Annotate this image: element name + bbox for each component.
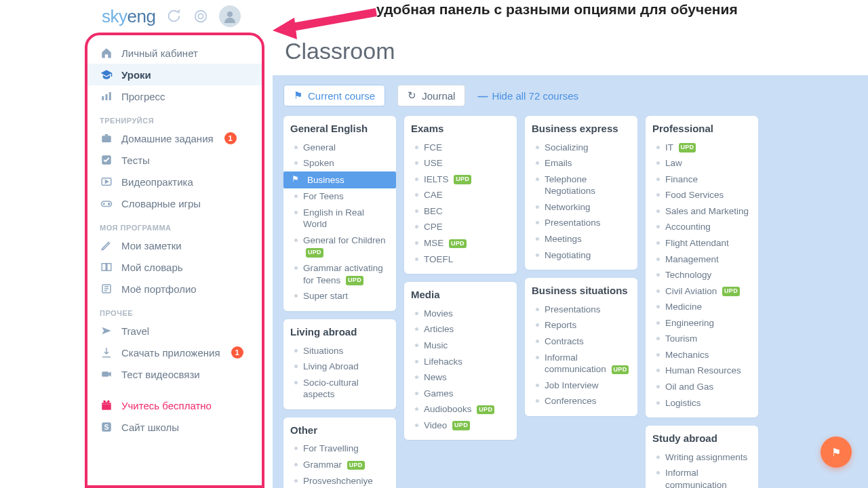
column: General EnglishGeneralSpokenBusinessFor … [283,116,396,488]
course-item-label: Logistics [665,397,701,409]
course-item[interactable]: Informal communication [652,465,751,488]
course-item[interactable]: Video UPD [411,418,510,434]
course-item[interactable]: Medicine [652,299,751,315]
toolbar: ⚑ Current course ↻ Journal Hide all 72 c… [283,75,857,116]
course-item[interactable]: Finance [652,171,751,188]
course-item[interactable]: General [290,140,389,156]
sidebar-item[interactable]: Мои заметки [87,235,262,256]
course-item[interactable]: IELTS UPD [411,171,510,188]
arrow-icon [271,7,380,41]
course-item[interactable]: Emails [532,155,631,171]
course-item[interactable]: CAE [411,187,510,203]
course-item[interactable]: Informal communication UPD [532,350,631,378]
course-item[interactable]: Spoken [290,155,389,171]
course-item[interactable]: CPE [411,219,510,235]
course-item[interactable]: Games [411,386,510,402]
svg-point-0 [195,11,207,22]
course-item[interactable]: MSE UPD [411,235,510,251]
sidebar-section: МОЯ ПРОГРАММА [87,214,262,235]
course-item[interactable]: Grammar activating for Teens UPD [290,260,389,288]
current-course-button[interactable]: ⚑ Current course [283,85,385,106]
course-item[interactable]: Sales and Marketing [652,203,751,220]
sidebar-item[interactable]: Учитесь бесплатно [87,394,262,416]
sidebar-item[interactable]: Видеопрактика [87,171,262,192]
course-item[interactable]: For Teens [290,188,389,205]
course-item[interactable]: Technology [652,267,751,283]
course-item[interactable]: Lifehacks [411,354,510,370]
course-item[interactable]: Movies [411,306,510,322]
course-item[interactable]: Reports [532,317,631,333]
course-item[interactable]: General for Children UPD [290,232,389,260]
course-item[interactable]: Writing assignments [652,449,751,466]
course-item[interactable]: Presentations [532,215,631,231]
course-item[interactable]: News [411,369,510,386]
sidebar-item[interactable]: Уроки [87,64,262,85]
help-icon[interactable] [192,7,210,25]
sidebar-item[interactable]: Словарные игры [87,192,262,214]
course-item[interactable]: Job Interview [532,378,631,394]
course-item[interactable]: Food Services [652,187,751,203]
chat-icon[interactable] [165,7,182,25]
course-item[interactable]: Socializing [532,140,631,156]
course-item[interactable]: Human Resources [652,363,751,379]
hide-all-link[interactable]: Hide all 72 courses [477,90,578,102]
course-item[interactable]: Management [652,251,751,268]
course-item-label: Informal communication UPD [545,352,631,375]
course-item[interactable]: IT UPD [652,140,751,156]
course-item[interactable]: Socio-cultural aspects [290,375,389,403]
course-item[interactable]: Presentations [532,302,631,318]
course-item[interactable]: Audiobooks UPD [411,401,510,418]
course-item-label: For Teens [303,190,344,203]
course-item[interactable]: USE [411,155,510,171]
course-item[interactable]: Living Abroad [290,359,389,375]
course-item[interactable]: Meetings [532,231,631,247]
card-title: Professional [652,123,751,136]
course-card: Study abroadWriting assignmentsInformal … [646,426,758,488]
course-item[interactable]: Flight Attendant [652,235,751,251]
course-item[interactable]: FCE [411,140,510,156]
sidebar-item[interactable]: Мой словарь [87,256,262,278]
course-item[interactable]: Tourism [652,331,751,347]
sidebar-item[interactable]: Моё портфолио [87,278,262,300]
course-item[interactable]: Conferences [532,393,631,409]
course-card: MediaMoviesArticlesMusicLifehacksNewsGam… [404,282,517,440]
course-item[interactable]: Engineering [652,315,751,331]
sidebar-item[interactable]: Домашние задания1 [87,127,262,149]
course-item[interactable]: Situations [290,343,389,359]
sidebar-item[interactable]: Личный кабинет [87,42,262,64]
card-title: Other [290,424,389,437]
journal-button[interactable]: ↻ Journal [397,85,465,106]
course-item[interactable]: Law [652,155,751,171]
course-item-label: Audiobooks UPD [424,403,494,415]
course-item[interactable]: Civil Aviation UPD [652,283,751,300]
sidebar-item[interactable]: Скачать приложения1 [87,342,262,363]
course-item[interactable]: Accounting [652,219,751,235]
course-item[interactable]: Networking [532,199,631,216]
sidebar-item[interactable]: Тесты [87,149,262,171]
course-item[interactable]: English in Real World [290,205,389,232]
fab-button[interactable]: ⚑ [821,436,852,468]
course-item[interactable]: Telephone Negotiations [532,171,631,199]
course-item-label: English in Real World [303,207,389,230]
course-item[interactable]: Oil and Gas [652,379,751,395]
course-item[interactable]: Negotiating [532,247,631,264]
course-item[interactable]: Articles [411,321,510,338]
avatar[interactable] [219,5,241,27]
course-item[interactable]: Mechanics [652,347,751,363]
sidebar-item[interactable]: SСайт школы [87,416,262,438]
course-item[interactable]: Business [283,171,396,189]
course-item[interactable]: TOEFL [411,251,510,268]
logo[interactable]: skyeng [102,6,155,27]
course-item[interactable]: Super start [290,288,389,304]
sidebar-item[interactable]: Travel [87,320,262,342]
course-item[interactable]: BEC [411,203,510,220]
course-item-label: Food Services [665,189,724,201]
course-item[interactable]: Music [411,338,510,354]
course-item[interactable]: Grammar UPD [290,457,389,473]
course-item[interactable]: Prosveshcheniye test [290,473,389,488]
course-item[interactable]: For Travelling [290,441,389,457]
sidebar-item[interactable]: Прогресс [87,85,262,107]
course-item[interactable]: Logistics [652,395,751,411]
course-item[interactable]: Contracts [532,333,631,350]
sidebar-item[interactable]: Тест видеосвязи [87,363,262,385]
